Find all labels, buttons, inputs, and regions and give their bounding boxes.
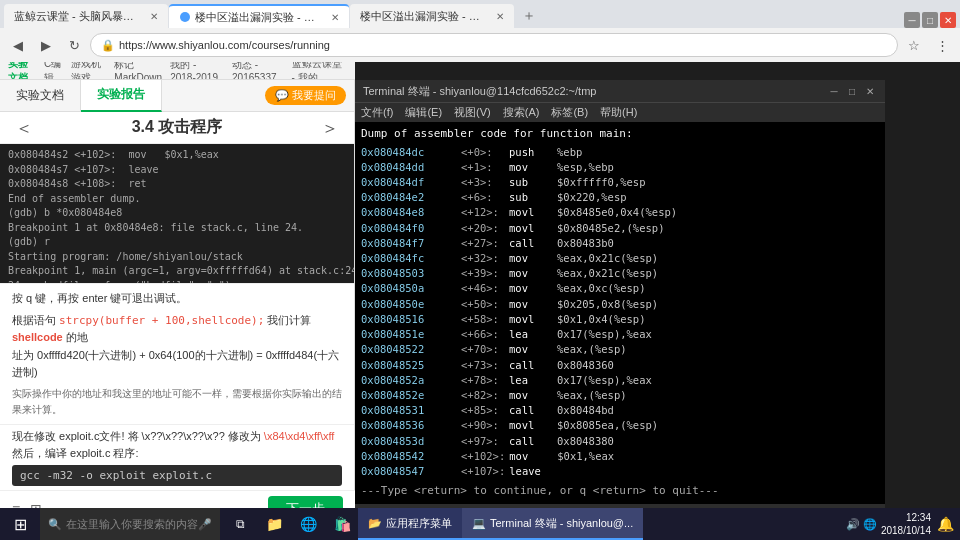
terminal-title-text: Terminal 终端 - shiyanlou@114cfcd652c2:~/t… (363, 84, 596, 99)
terminal-instructions: 0x080484dc<+0>:push%ebp0x080484dd<+1>:mo… (361, 145, 879, 480)
tab-1-close[interactable]: ✕ (150, 11, 158, 22)
terminal-instruction-line: 0x08048522<+70>:mov%eax,(%esp) (361, 342, 879, 357)
app-label-1: 应用程序菜单 (386, 516, 452, 531)
tab-lab-doc[interactable]: 实验文档 (0, 80, 81, 112)
terminal-instruction-line: 0x0804850a<+46>:mov%eax,0xc(%esp) (361, 281, 879, 296)
terminal-instruction-line: 0x08048531<+85>:call0x80484bd (361, 403, 879, 418)
edge-button[interactable]: 🌐 (292, 508, 324, 540)
desc-note: 实际操作中你的地址和我这里的地址可能不一样，需要根据你实际输出的结果来计算。 (12, 386, 342, 418)
url-lock-icon: 🔒 (101, 39, 115, 52)
terminal-instruction-line: 0x080484e8<+12>:movl$0x8485e0,0x4(%esp) (361, 205, 879, 220)
terminal-instruction-line: 0x08048525<+73>:call0x8048360 (361, 358, 879, 373)
content-nav: ＜ 3.4 攻击程序 ＞ (0, 112, 354, 144)
terminal-instruction-line: 0x08048516<+58>:movl$0x1,0x4(%esp) (361, 312, 879, 327)
tab-2-favicon (179, 11, 191, 23)
desc-q-key: 按 q 键，再按 enter 键可退出调试。 (12, 290, 342, 308)
terminal-instruction-line: 0x08048503<+39>:mov%eax,0x21c(%esp) (361, 266, 879, 281)
app-file-manager[interactable]: 📂 应用程序菜单 (358, 508, 462, 540)
back-button[interactable]: ◀ (6, 33, 30, 57)
terminal-instruction-line: 0x080484df<+3>:sub$0xfffff0,%esp (361, 175, 879, 190)
terminal-close[interactable]: ✕ (863, 84, 877, 98)
text-content: 按 q 键，再按 enter 键可退出调试。 根据语句 strcpy(buffe… (0, 283, 354, 424)
explorer-button[interactable]: 📁 (258, 508, 290, 540)
menu-help[interactable]: 帮助(H) (600, 105, 637, 120)
terminal-maximize[interactable]: □ (845, 84, 859, 98)
terminal-titlebar: Terminal 终端 - shiyanlou@114cfcd652c2:~/t… (355, 80, 885, 102)
terminal-instruction-line: 0x0804850e<+50>:mov$0x205,0x8(%esp) (361, 297, 879, 312)
tab-1-label: 蓝鲸云课堂 - 头脑风暴作答 (14, 9, 144, 24)
menu-search[interactable]: 搜索(A) (503, 105, 540, 120)
search-placeholder: 在这里输入你要搜索的内容 (66, 517, 198, 532)
tab-1[interactable]: 蓝鲸云课堂 - 头脑风暴作答 ✕ (4, 4, 168, 28)
star-button[interactable]: ☆ (902, 33, 926, 57)
browser-chrome: 蓝鲸云课堂 - 头脑风暴作答 ✕ 楼中区溢出漏洞实验 - 实验楼 ✕ 楼中区溢出… (0, 0, 960, 62)
browser-minimize[interactable]: ─ (904, 12, 920, 28)
desc-addr: 址为 0xffffd420(十六进制) + 0x64(100的十六进制) = 0… (12, 347, 342, 382)
terminal-panel: Terminal 终端 - shiyanlou@114cfcd652c2:~/t… (355, 80, 885, 526)
tab-2[interactable]: 楼中区溢出漏洞实验 - 实验楼 ✕ (169, 4, 349, 28)
notification-button[interactable]: 🔔 (937, 516, 954, 532)
tab-2-close[interactable]: ✕ (331, 12, 339, 23)
bookmark-c[interactable]: C编辑 (44, 62, 63, 80)
terminal-instruction-line: 0x08048542<+102>:mov$0x1,%eax (361, 449, 879, 464)
mic-icon: 🎤 (198, 518, 212, 531)
bookmark-2018[interactable]: 我的 - 2018-2019 (170, 62, 224, 80)
prev-arrow[interactable]: ＜ (10, 116, 38, 140)
app-icon-1: 📂 (368, 517, 382, 530)
next-arrow[interactable]: ＞ (316, 116, 344, 140)
then-text: 然后，编译 exploit.c 程序: (12, 446, 342, 461)
taskbar-time: 12:34 2018/10/14 (881, 511, 931, 537)
store-button[interactable]: 🛍️ (326, 508, 358, 540)
terminal-minimize[interactable]: ─ (827, 84, 841, 98)
embedded-terminal: 0x080484s2 <+102>: mov $0x1,%eax 0x08048… (0, 144, 354, 283)
terminal-instruction-line: 0x0804852e<+82>:mov%eax,(%esp) (361, 388, 879, 403)
task-view-button[interactable]: ⧉ (224, 508, 256, 540)
bookmark-bar: 实验文档 C编辑 游戏机游戏 标记MarkDown 我的 - 2018-2019… (0, 62, 355, 80)
refresh-button[interactable]: ↻ (62, 33, 86, 57)
url-bar[interactable]: 🔒 https://www.shiyanlou.com/courses/runn… (90, 33, 898, 57)
app-terminal[interactable]: 💻 Terminal 终端 - shiyanlou@... (462, 508, 643, 540)
terminal-header-line: Dump of assembler code for function main… (361, 126, 879, 143)
tab-2-label: 楼中区溢出漏洞实验 - 实验楼 (195, 10, 325, 25)
terminal-instruction-line: 0x080484dc<+0>:push%ebp (361, 145, 879, 160)
search-icon: 🔍 (48, 518, 62, 531)
bookmark-activity[interactable]: 动态 - 20165337 (232, 62, 284, 80)
modify-text: 现在修改 exploit.c文件! 将 \x??\x??\x??\x?? 修改为… (12, 429, 342, 444)
modify-section: 现在修改 exploit.c文件! 将 \x??\x??\x??\x?? 修改为… (0, 424, 354, 490)
compile-cmd[interactable]: gcc -m32 -o exploit exploit.c (12, 465, 342, 486)
taskbar-apps: 📂 应用程序菜单 💻 Terminal 终端 - shiyanlou@... (358, 508, 840, 540)
desc-shellcode: 根据语句 strcpy(buffer + 100,shellcode); 我们计… (12, 312, 342, 347)
panel-tabs: 实验文档 实验报告 💬 我要提问 (0, 80, 354, 112)
taskbar: ⊞ 🔍 在这里输入你要搜索的内容 🎤 ⧉ 📁 🌐 🛍️ 📂 应用程序菜单 💻 T… (0, 508, 960, 540)
menu-edit[interactable]: 编辑(E) (405, 105, 442, 120)
terminal-content[interactable]: Dump of assembler code for function main… (355, 122, 885, 504)
tab-3-label: 楼中区溢出漏洞实验 - 实验楼 (360, 9, 490, 24)
bookmark-game[interactable]: 游戏机游戏 (71, 62, 106, 80)
bookmark-whale[interactable]: 蓝鲸云课堂 - 我的 (292, 62, 347, 80)
tab-3[interactable]: 楼中区溢出漏洞实验 - 实验楼 ✕ (350, 4, 514, 28)
terminal-instruction-line: 0x08048547<+107>:leave (361, 464, 879, 479)
menu-file[interactable]: 文件(f) (361, 105, 393, 120)
tab-3-close[interactable]: ✕ (496, 11, 504, 22)
browser-close[interactable]: ✕ (940, 12, 956, 28)
menu-button[interactable]: ⋮ (930, 33, 954, 57)
left-panel: 实验文档 实验报告 💬 我要提问 ＜ 3.4 攻击程序 ＞ 0x080484s2… (0, 80, 355, 526)
taskbar-search[interactable]: 🔍 在这里输入你要搜索的内容 🎤 (40, 508, 220, 540)
url-text: https://www.shiyanlou.com/courses/runnin… (119, 39, 330, 51)
tray-icons: 🔊 🌐 (846, 518, 877, 531)
terminal-instruction-line: 0x08048536<+90>:movl$0x8085ea,(%esp) (361, 418, 879, 433)
new-tab-button[interactable]: ＋ (515, 4, 543, 28)
app-icon-2: 💻 (472, 517, 486, 530)
terminal-instruction-line: 0x080484f0<+20>:movl$0x80485e2,(%esp) (361, 221, 879, 236)
ask-question-button[interactable]: 💬 我要提问 (265, 86, 346, 105)
browser-maximize[interactable]: □ (922, 12, 938, 28)
browser-nav: ◀ ▶ ↻ 🔒 https://www.shiyanlou.com/course… (0, 28, 960, 62)
bookmark-lab-doc[interactable]: 实验文档 (8, 62, 36, 80)
bookmark-markdown[interactable]: 标记MarkDown (114, 62, 162, 80)
forward-button[interactable]: ▶ (34, 33, 58, 57)
menu-tabs[interactable]: 标签(B) (551, 105, 588, 120)
menu-view[interactable]: 视图(V) (454, 105, 491, 120)
tab-lab-report[interactable]: 实验报告 (81, 80, 162, 112)
start-button[interactable]: ⊞ (0, 508, 40, 540)
terminal-controls: ─ □ ✕ (827, 84, 877, 98)
